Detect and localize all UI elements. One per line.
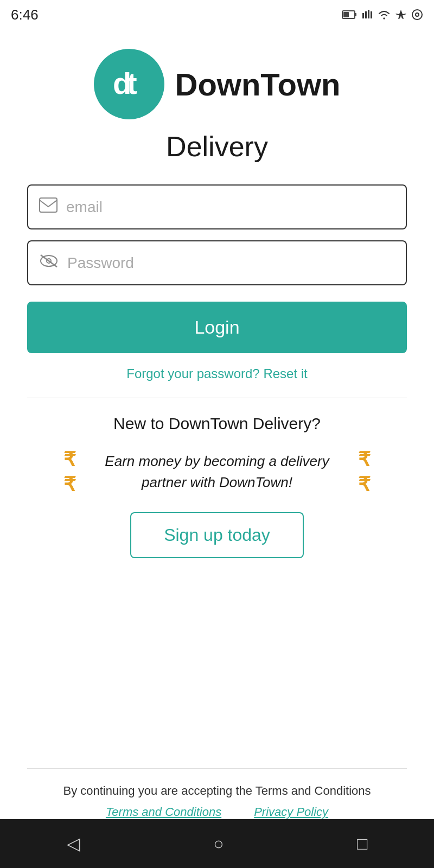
rupee-icon-1: ₹ bbox=[63, 448, 76, 471]
new-to-title: New to DownTown Delivery? bbox=[27, 414, 407, 433]
home-nav-icon[interactable]: ○ bbox=[213, 834, 224, 854]
forgot-password-text: Forgot your password? bbox=[126, 366, 263, 381]
logo-circle: d t bbox=[94, 49, 164, 119]
delivery-title: Delivery bbox=[166, 130, 268, 163]
battery-icon bbox=[342, 10, 357, 20]
earn-section: ₹ ₹ Earn money by becoming a delivery pa… bbox=[27, 448, 407, 496]
wifi-icon bbox=[378, 10, 391, 20]
airplane-icon bbox=[395, 9, 407, 21]
earn-text: Earn money by becoming a delivery partne… bbox=[81, 451, 353, 493]
rupee-icon-2: ₹ bbox=[63, 473, 76, 496]
reset-link[interactable]: Reset it bbox=[263, 366, 307, 381]
location-icon bbox=[411, 9, 423, 21]
logo-dt-icon: d t bbox=[107, 62, 151, 106]
email-input-container[interactable] bbox=[27, 184, 407, 229]
svg-rect-2 bbox=[355, 13, 356, 16]
svg-rect-6 bbox=[371, 11, 372, 18]
terms-section: By continuing you are accepting the Term… bbox=[27, 768, 407, 819]
svg-rect-5 bbox=[368, 10, 369, 18]
section-divider bbox=[27, 398, 407, 398]
forgot-password-section: Forgot your password? Reset it bbox=[126, 366, 308, 381]
status-icons bbox=[342, 9, 423, 21]
signal-icon bbox=[361, 9, 373, 21]
svg-point-9 bbox=[416, 14, 418, 16]
status-time: 6:46 bbox=[11, 7, 39, 23]
terms-links: Terms and Conditions Privacy Policy bbox=[27, 805, 407, 819]
rupee-icons-left: ₹ ₹ bbox=[63, 448, 76, 496]
rupee-icons-right: ₹ ₹ bbox=[358, 448, 371, 496]
rupee-icon-3: ₹ bbox=[358, 448, 371, 471]
svg-rect-3 bbox=[362, 13, 364, 18]
password-input-container[interactable] bbox=[27, 240, 407, 285]
logo-section: d t DownTown bbox=[94, 49, 341, 119]
status-bar: 6:46 bbox=[0, 0, 434, 27]
email-field[interactable] bbox=[66, 199, 395, 216]
terms-conditions-link[interactable]: Terms and Conditions bbox=[106, 805, 221, 819]
svg-rect-1 bbox=[343, 12, 349, 17]
svg-text:t: t bbox=[127, 66, 137, 100]
privacy-policy-link[interactable]: Privacy Policy bbox=[254, 805, 328, 819]
rupee-icon-4: ₹ bbox=[358, 473, 371, 496]
nav-bar: ◁ ○ □ bbox=[0, 819, 434, 868]
login-button[interactable]: Login bbox=[27, 302, 407, 353]
back-nav-icon[interactable]: ◁ bbox=[67, 833, 80, 854]
eye-slash-icon bbox=[39, 253, 59, 272]
password-field[interactable] bbox=[67, 254, 395, 272]
svg-rect-4 bbox=[365, 11, 367, 18]
email-icon bbox=[39, 197, 58, 216]
new-to-section: New to DownTown Delivery? ₹ ₹ Earn money… bbox=[27, 414, 407, 575]
recent-nav-icon[interactable]: □ bbox=[357, 834, 367, 854]
main-content: d t DownTown Delivery Login bbox=[0, 27, 434, 819]
brand-name: DownTown bbox=[175, 66, 341, 103]
svg-rect-12 bbox=[40, 198, 57, 212]
signup-button[interactable]: Sign up today bbox=[130, 512, 304, 558]
terms-text: By continuing you are accepting the Term… bbox=[27, 782, 407, 800]
